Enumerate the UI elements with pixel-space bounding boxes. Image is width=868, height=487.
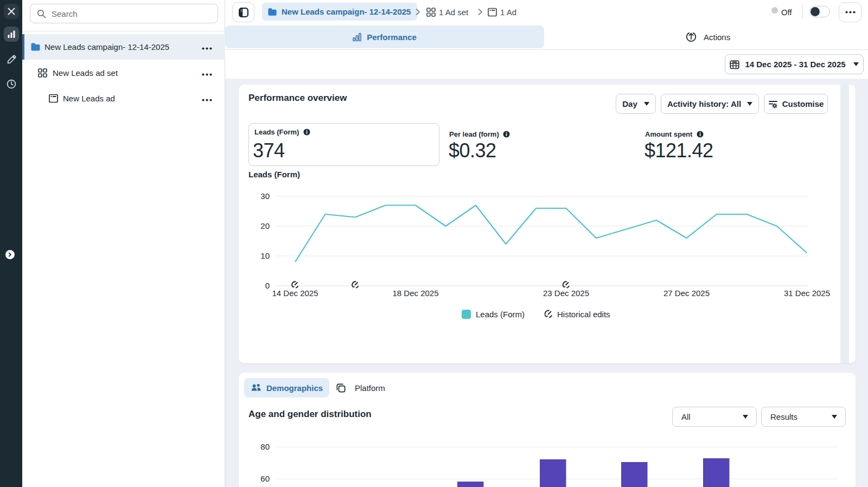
svg-text:0: 0 [265,281,270,290]
svg-text:30: 30 [260,191,270,201]
svg-text:18 Dec 2025: 18 Dec 2025 [392,289,438,298]
svg-text:60: 60 [260,474,270,483]
svg-text:27 Dec 2025: 27 Dec 2025 [663,289,710,298]
svg-text:20: 20 [260,221,270,230]
svg-text:10: 10 [260,251,270,260]
svg-text:31 Dec 2025: 31 Dec 2025 [784,289,830,298]
svg-text:23 Dec 2025: 23 Dec 2025 [543,289,589,298]
svg-text:80: 80 [260,442,270,451]
svg-text:14 Dec 2025: 14 Dec 2025 [272,289,318,298]
